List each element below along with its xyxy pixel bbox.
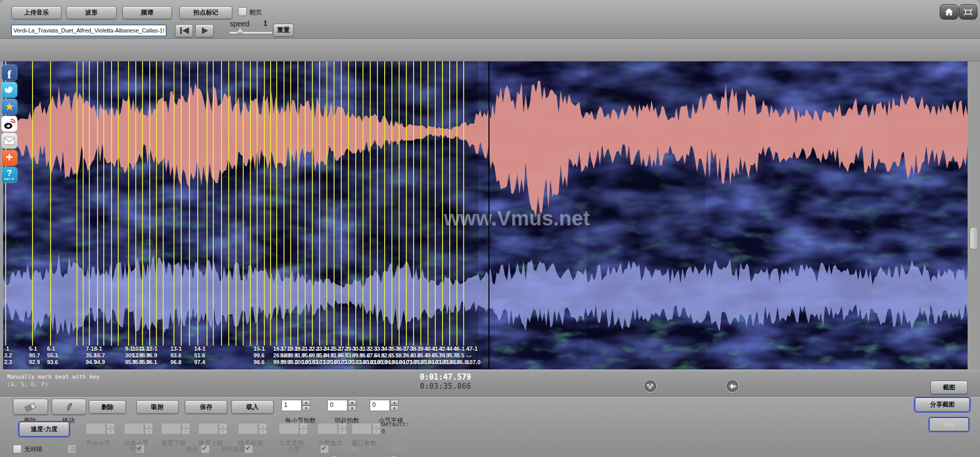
spectrogram-playhead[interactable]	[488, 61, 489, 369]
share-screenshot-button[interactable]: 分享截图	[915, 398, 970, 412]
twitter-share-button[interactable]	[2, 82, 17, 97]
spin-up-arrow[interactable]: ▲	[390, 400, 399, 405]
tempo-dynamics-button[interactable]: 速度-力度	[19, 422, 69, 436]
vertical-scrollbar-thumb[interactable]	[970, 227, 978, 250]
beat-line[interactable]	[250, 61, 251, 346]
measure-shift-value[interactable]: 0	[370, 400, 390, 411]
beat-line[interactable]	[435, 61, 436, 346]
pickup-beats-value[interactable]: 0	[327, 400, 347, 411]
speed-slider-track[interactable]	[230, 32, 272, 34]
measure-shift-spinner[interactable]: 0 ▲▼	[370, 400, 399, 411]
beat-mark-button[interactable]: 拍点标记	[179, 6, 232, 19]
beat-line[interactable]	[384, 61, 385, 346]
beat-line[interactable]	[413, 61, 414, 346]
beat-line[interactable]	[290, 61, 291, 346]
qzone-share-button[interactable]: ★	[2, 99, 17, 115]
option-checkbox[interactable]	[13, 445, 22, 453]
beat-line[interactable]	[305, 61, 306, 346]
upload-music-button[interactable]: 上传音乐	[11, 6, 61, 19]
spectrum-button[interactable]: 频谱	[122, 6, 172, 19]
beat-line[interactable]	[341, 61, 342, 346]
screenshot-button[interactable]: 截图	[930, 381, 968, 394]
page-turn-checkbox[interactable]	[238, 7, 247, 16]
beat-line[interactable]	[297, 61, 298, 346]
beat-line[interactable]	[197, 61, 198, 346]
pickup-beats-spinner[interactable]: 0 ▲▼	[327, 400, 356, 411]
erase-tool-button[interactable]	[13, 399, 48, 415]
beat-line[interactable]	[270, 61, 271, 346]
beat-line[interactable]	[189, 61, 190, 346]
beat-line[interactable]	[228, 61, 229, 346]
volume-max-button[interactable]	[726, 380, 739, 393]
beat-line[interactable]	[97, 61, 98, 346]
beat-line[interactable]	[370, 61, 371, 346]
beat-line[interactable]	[348, 61, 349, 346]
snap-button[interactable]: 吸附	[136, 400, 179, 414]
beat-line[interactable]	[264, 61, 265, 346]
beat-line[interactable]	[399, 61, 400, 346]
reset-button[interactable]: 重置	[273, 24, 294, 37]
beat-line[interactable]	[76, 61, 77, 346]
home-button[interactable]	[940, 4, 958, 20]
beat-line[interactable]	[406, 61, 407, 346]
load-button[interactable]: 载入	[231, 400, 274, 414]
beat-line[interactable]	[456, 61, 457, 346]
facebook-share-button[interactable]: f	[2, 65, 17, 80]
beat-line[interactable]	[312, 61, 313, 346]
beat-line[interactable]	[111, 61, 112, 346]
volume-min-button[interactable]	[644, 380, 657, 393]
beat-line[interactable]	[449, 61, 450, 346]
beat-line[interactable]	[83, 61, 84, 346]
beats-per-measure-spinner[interactable]: 1 ▲▼	[281, 400, 310, 411]
beat-line[interactable]	[362, 61, 363, 346]
spin-down-arrow[interactable]: ▼	[348, 405, 356, 411]
beat-line[interactable]	[428, 61, 429, 346]
beat-line[interactable]	[213, 61, 214, 346]
beat-line[interactable]	[257, 61, 258, 346]
help-button[interactable]: ? HELP	[2, 167, 17, 183]
waveform-button[interactable]: 波形	[66, 6, 117, 19]
save-button[interactable]: 保存	[185, 400, 227, 414]
beat-line[interactable]	[319, 61, 320, 346]
beat-line[interactable]	[50, 61, 51, 346]
filename-input[interactable]	[11, 25, 166, 36]
delete-button[interactable]: 删除	[89, 400, 126, 414]
beat-line[interactable]	[156, 61, 157, 346]
skip-to-start-button[interactable]	[175, 24, 193, 37]
beat-line[interactable]	[221, 61, 222, 346]
speed-slider-thumb[interactable]	[237, 28, 243, 32]
beat-line[interactable]	[442, 61, 443, 346]
beat-line[interactable]	[142, 61, 143, 346]
beat-line[interactable]	[283, 61, 284, 346]
move-tool-button[interactable]	[52, 399, 86, 415]
beat-line[interactable]	[420, 61, 421, 346]
spectrogram-view[interactable]: www.Vmus.net -13.22.35-190.792.96-155.19…	[3, 61, 968, 369]
beat-line[interactable]	[235, 61, 236, 346]
beat-line[interactable]	[463, 61, 464, 346]
beat-line[interactable]	[207, 61, 208, 346]
beat-line[interactable]	[276, 61, 277, 346]
share-more-button[interactable]: +	[2, 150, 17, 166]
spin-down-arrow[interactable]: ▼	[302, 405, 310, 411]
beat-line[interactable]	[128, 61, 129, 346]
beat-line[interactable]	[377, 61, 378, 346]
beat-line[interactable]	[326, 61, 327, 346]
ioi-button[interactable]: IOI	[929, 418, 969, 431]
beat-line[interactable]	[355, 61, 356, 346]
spin-up-arrow[interactable]: ▲	[348, 400, 356, 405]
play-button[interactable]	[195, 24, 214, 37]
beat-line[interactable]	[334, 61, 335, 346]
beat-line[interactable]	[89, 61, 90, 346]
beats-per-measure-value[interactable]: 1	[281, 400, 302, 411]
beat-line[interactable]	[163, 61, 164, 346]
beat-line[interactable]	[32, 61, 33, 346]
beat-line[interactable]	[391, 61, 392, 346]
fullscreen-button[interactable]	[959, 4, 977, 20]
beat-line[interactable]	[149, 61, 150, 346]
email-share-button[interactable]	[2, 133, 17, 149]
beat-line[interactable]	[118, 61, 119, 346]
spin-down-arrow[interactable]: ▼	[390, 405, 399, 411]
beat-line[interactable]	[243, 61, 244, 346]
beat-line[interactable]	[103, 61, 104, 346]
beat-line[interactable]	[173, 61, 175, 346]
